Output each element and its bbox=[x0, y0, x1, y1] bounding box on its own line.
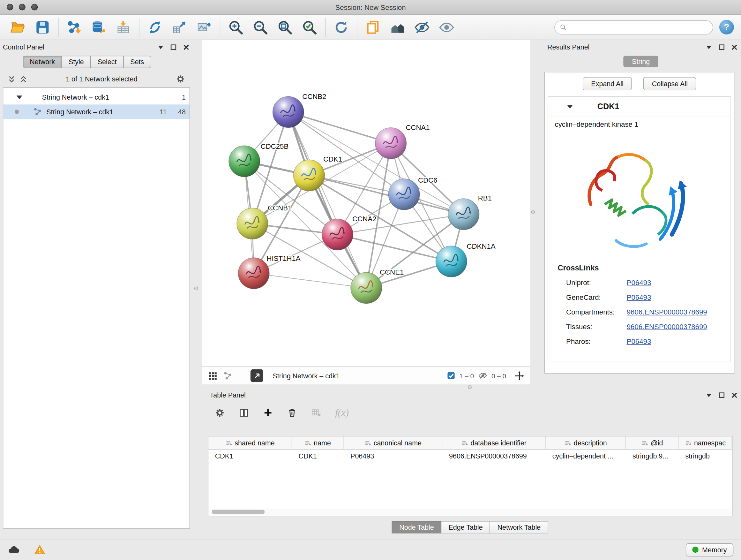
trash-button[interactable] bbox=[287, 408, 297, 418]
gear-button[interactable] bbox=[214, 408, 225, 418]
network-title: String Network – cdk1 bbox=[273, 372, 340, 380]
import-table-button[interactable] bbox=[111, 17, 136, 38]
bottom-splitter-grip[interactable] bbox=[468, 385, 472, 389]
add-button[interactable] bbox=[263, 408, 273, 418]
gear-icon[interactable] bbox=[176, 74, 185, 84]
help-button[interactable]: ? bbox=[719, 20, 734, 35]
network-from-selection-button[interactable] bbox=[167, 17, 192, 38]
panel-collapse-icon[interactable] bbox=[705, 44, 713, 51]
network-collection-row[interactable]: String Network – cdk1 1 bbox=[3, 90, 189, 105]
network-edge[interactable] bbox=[288, 112, 391, 143]
network-node-hist1h1a[interactable] bbox=[238, 258, 269, 289]
panel-float-icon[interactable] bbox=[170, 44, 178, 51]
network-node-ccnb2[interactable] bbox=[273, 97, 304, 128]
refresh-button[interactable] bbox=[329, 17, 354, 38]
crosslink-value-link[interactable]: P06493 bbox=[627, 337, 651, 345]
network-node-cdkn1a[interactable] bbox=[435, 246, 467, 277]
column-header--id[interactable]: @id bbox=[626, 436, 679, 449]
right-splitter-grip[interactable] bbox=[531, 210, 535, 214]
import-network-database-button[interactable] bbox=[86, 17, 111, 38]
hidden-eye-icon[interactable] bbox=[478, 371, 487, 380]
zoom-selected-button[interactable] bbox=[297, 17, 322, 38]
copy-document-button[interactable] bbox=[360, 17, 385, 38]
maximize-window-button[interactable] bbox=[31, 4, 38, 10]
column-header-description[interactable]: description bbox=[546, 436, 626, 449]
network-node-rb1[interactable] bbox=[448, 199, 479, 230]
column-header-database-identifier[interactable]: database identifier bbox=[442, 436, 546, 449]
tab-style[interactable]: Style bbox=[62, 56, 91, 68]
grid-icon[interactable] bbox=[208, 371, 218, 381]
cloud-icon[interactable] bbox=[8, 543, 20, 556]
left-splitter-grip[interactable] bbox=[194, 287, 198, 290]
network-node-ccna2[interactable] bbox=[322, 219, 353, 250]
import-network-button[interactable] bbox=[62, 17, 86, 38]
tab-string[interactable]: String bbox=[623, 56, 658, 67]
crosslink-value-link[interactable]: P06493 bbox=[627, 293, 651, 301]
panel-close-icon[interactable] bbox=[731, 391, 738, 399]
column-header-canonical-name[interactable]: canonical name bbox=[344, 436, 442, 449]
network-node-cdk1[interactable] bbox=[293, 160, 325, 191]
eye-slash-button[interactable] bbox=[410, 17, 434, 38]
tab-select[interactable]: Select bbox=[90, 56, 124, 68]
entry-collapse-icon[interactable] bbox=[567, 105, 573, 109]
tab-network-table[interactable]: Network Table bbox=[490, 521, 548, 534]
columns-button[interactable] bbox=[239, 408, 249, 418]
selected-checkbox-icon[interactable] bbox=[447, 372, 455, 380]
zoom-out-icon bbox=[253, 19, 268, 35]
network-node-cdc25b[interactable] bbox=[229, 145, 260, 177]
open-window-button[interactable] bbox=[251, 369, 263, 382]
tab-node-table[interactable]: Node Table bbox=[392, 521, 442, 534]
panel-float-icon[interactable] bbox=[718, 44, 725, 51]
fx-button[interactable]: f(x) bbox=[335, 407, 349, 419]
crosslink-value-link[interactable]: 9606.ENSP00000378699 bbox=[627, 308, 707, 316]
network-canvas[interactable]: CCNB2CCNA1CDC25BCDK1CDC6RB1CCNB1CCNA2CDK… bbox=[202, 40, 530, 367]
zoom-in-button[interactable] bbox=[223, 17, 248, 38]
save-session-button[interactable] bbox=[30, 17, 55, 38]
houses-button[interactable] bbox=[385, 17, 410, 38]
eye-button[interactable] bbox=[434, 17, 459, 38]
collapse-all-button[interactable]: Collapse All bbox=[643, 77, 696, 90]
column-header-shared-name[interactable]: shared name bbox=[208, 436, 292, 449]
crosslink-value-link[interactable]: P06493 bbox=[627, 278, 651, 287]
memory-button[interactable]: Memory bbox=[685, 543, 733, 556]
delete-table-button[interactable] bbox=[311, 408, 321, 418]
warning-icon[interactable] bbox=[34, 544, 46, 556]
column-header-name[interactable]: name bbox=[292, 436, 344, 449]
move-icon[interactable] bbox=[514, 370, 525, 381]
expand-all-button[interactable]: Expand All bbox=[583, 77, 632, 90]
network-node-ccne1[interactable] bbox=[351, 272, 382, 304]
tab-edge-table[interactable]: Edge Table bbox=[441, 521, 490, 534]
panel-collapse-icon[interactable] bbox=[705, 391, 713, 399]
tree-expander-icon[interactable] bbox=[17, 95, 22, 99]
table-row[interactable]: CDK1CDK1P064939606.ENSP00000378699cyclin… bbox=[208, 449, 732, 462]
panel-close-icon[interactable] bbox=[731, 44, 738, 51]
tab-sets[interactable]: Sets bbox=[123, 56, 151, 68]
search-input[interactable] bbox=[570, 23, 708, 31]
zoom-out-button[interactable] bbox=[248, 17, 273, 38]
network-node-ccna1[interactable] bbox=[375, 128, 407, 159]
panel-collapse-icon[interactable] bbox=[157, 44, 165, 51]
birdseye-icon[interactable] bbox=[223, 371, 232, 381]
network-edge[interactable] bbox=[254, 273, 366, 288]
network-node-cdc6[interactable] bbox=[388, 179, 420, 210]
export-image-button[interactable] bbox=[192, 17, 216, 38]
search-box[interactable] bbox=[554, 20, 713, 34]
new-network-button[interactable] bbox=[143, 17, 167, 38]
network-node-ccnb1[interactable] bbox=[237, 208, 268, 240]
crosslink-value-link[interactable]: 9606.ENSP00000378699 bbox=[627, 322, 707, 330]
double-chevron-down-icon[interactable] bbox=[8, 75, 16, 83]
tab-network[interactable]: Network bbox=[23, 56, 62, 68]
window-title: Session: New Session bbox=[0, 3, 741, 11]
zoom-fit-button[interactable] bbox=[273, 17, 297, 38]
horizontal-scrollbar-thumb[interactable] bbox=[212, 509, 265, 514]
protein-entry-header[interactable]: CDK1 bbox=[548, 97, 731, 117]
network-row[interactable]: String Network – cdk1 11 48 bbox=[3, 105, 189, 119]
open-file-button[interactable] bbox=[6, 17, 30, 38]
network-edge[interactable] bbox=[337, 235, 451, 261]
panel-close-icon[interactable] bbox=[183, 44, 190, 51]
minimize-window-button[interactable] bbox=[19, 4, 25, 10]
double-chevron-up-icon[interactable] bbox=[19, 75, 27, 83]
column-header-namespac[interactable]: namespac bbox=[679, 436, 732, 449]
close-window-button[interactable] bbox=[7, 4, 13, 10]
panel-float-icon[interactable] bbox=[718, 391, 725, 399]
